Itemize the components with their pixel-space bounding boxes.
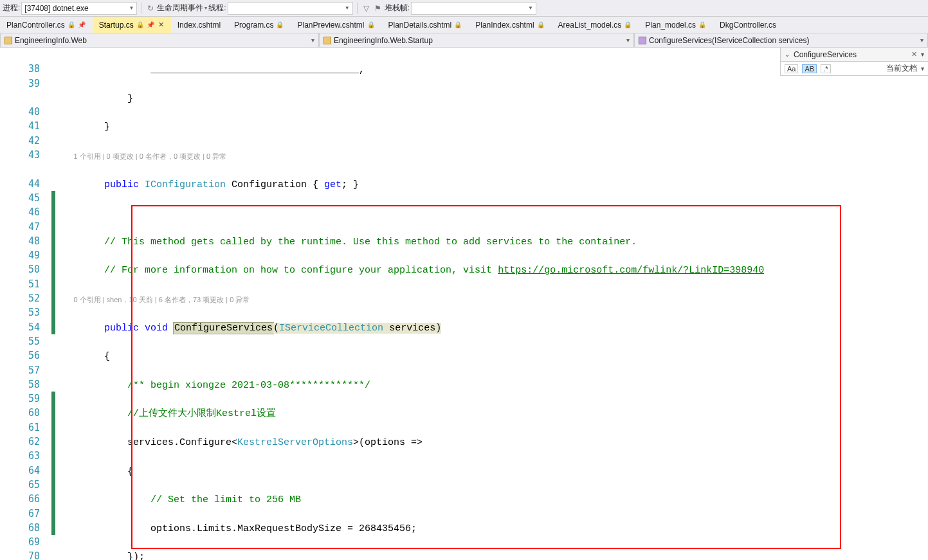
line-number: 40: [0, 106, 51, 120]
stack-combo[interactable]: ▼: [411, 2, 536, 15]
tab-label: AreaList_model.cs: [558, 21, 622, 30]
tab-planpreview[interactable]: PlanPreview.cshtml🔒: [291, 17, 381, 33]
code-text: });: [127, 552, 145, 560]
close-icon[interactable]: ✕: [911, 50, 917, 59]
tab-planindex[interactable]: PlanIndex.cshtml🔒: [469, 17, 551, 33]
scope-label[interactable]: 当前文档: [886, 63, 917, 74]
line-number: 54: [0, 321, 51, 336]
code-text: }: [104, 122, 110, 132]
breadcrumb-member[interactable]: ConfigureServices(IServiceCollection ser…: [634, 33, 928, 47]
chevron-down-icon: ▾: [626, 37, 630, 44]
chevron-down-icon[interactable]: ▾: [921, 51, 924, 58]
type: KestrelServerOptions: [237, 437, 353, 448]
method-icon: [639, 37, 646, 44]
kw: get: [324, 179, 341, 190]
line-number: 44: [0, 178, 51, 192]
tab-label: PlanIndex.cshtml: [475, 21, 534, 30]
code-editor[interactable]: ____________________________________, } …: [55, 48, 928, 560]
chevron-down-icon: ▾: [920, 37, 923, 44]
line-number: [0, 92, 51, 106]
pin-icon[interactable]: 📌: [78, 21, 86, 28]
comment: /** begin xiongze 2021-03-08************…: [127, 380, 370, 391]
line-number: 57: [0, 365, 51, 379]
thread-combo[interactable]: ▼: [228, 2, 353, 15]
class-icon: [323, 37, 331, 44]
find-panel: ⌄ ConfigureServices ✕ ▾ Aa AB .* 当前文档 ▾: [780, 48, 928, 76]
flag-icon[interactable]: ⚑: [373, 3, 383, 14]
debug-toolbar: 进程: [37408] dotnet.exe ▼ ↻ 生命周期事件 ▾ 线程: …: [0, 0, 928, 17]
kw: public: [104, 323, 145, 334]
padlock-icon: 🔒: [624, 21, 632, 28]
chevron-down-icon: ▼: [129, 5, 134, 11]
code-text: (: [273, 323, 279, 334]
code-text: ; }: [341, 179, 359, 190]
tab-label: Plan_model.cs: [645, 21, 696, 30]
code-text: {: [104, 351, 110, 362]
method-name-highlight: ConfigureServices: [173, 322, 274, 334]
csharp-icon: [5, 37, 12, 44]
line-number: 63: [0, 450, 51, 464]
close-icon[interactable]: ✕: [158, 21, 164, 29]
padlock-icon: 🔒: [136, 21, 144, 28]
line-number: 66: [0, 493, 51, 507]
comment: // This method gets called by the runtim…: [104, 237, 637, 248]
filter-icon[interactable]: ▽: [361, 3, 372, 14]
line-number: 41: [0, 120, 51, 134]
padlock-icon: 🔒: [68, 21, 75, 28]
code-text: Configuration {: [226, 179, 324, 190]
find-title: ConfigureServices: [794, 50, 857, 59]
line-number: 62: [0, 436, 51, 450]
code-text: services.Configure<: [127, 437, 237, 448]
tab-label: DkgController.cs: [720, 21, 776, 30]
line-number-gutter: 38 39 40 41 42 43 44 45 46 47 48 49 50 5…: [0, 48, 51, 560]
tab-dkgcontroller[interactable]: DkgController.cs: [713, 17, 783, 33]
editor-main: 38 39 40 41 42 43 44 45 46 47 48 49 50 5…: [0, 48, 928, 560]
url-link[interactable]: https://go.microsoft.com/fwlink/?LinkID=…: [498, 265, 764, 276]
breadcrumb-class[interactable]: EngineeringInfo.Web.Startup ▾: [319, 33, 634, 47]
line-number: 60: [0, 407, 51, 421]
padlock-icon: 🔒: [537, 21, 545, 28]
tab-label: Startup.cs: [99, 21, 134, 30]
stack-label: 堆栈帧:: [385, 3, 410, 14]
line-number: 38: [0, 63, 51, 77]
chevron-down-icon: ▼: [345, 5, 350, 11]
line-number: 42: [0, 135, 51, 149]
line-number: 65: [0, 479, 51, 493]
tab-arealist[interactable]: AreaList_model.cs🔒: [552, 17, 639, 33]
chevron-down-icon: ▾: [311, 37, 314, 44]
breadcrumb-namespace[interactable]: EngineeringInfo.Web ▾: [0, 33, 319, 47]
tab-plancontroller[interactable]: PlanController.cs🔒📌: [0, 17, 93, 33]
line-number: 51: [0, 278, 51, 293]
regex-button[interactable]: .*: [821, 64, 830, 73]
lifecycle-label: 生命周期事件: [157, 3, 203, 14]
padlock-icon: 🔒: [454, 21, 462, 28]
comment: // Set the limit to 256 MB: [150, 494, 301, 505]
match-case-button[interactable]: Aa: [785, 64, 798, 73]
chevron-down-icon[interactable]: ⌄: [785, 51, 790, 58]
process-combo[interactable]: [37408] dotnet.exe ▼: [21, 2, 137, 15]
tab-planmodel[interactable]: Plan_model.cs🔒: [639, 17, 713, 33]
breadcrumb-label: EngineeringInfo.Web: [15, 36, 87, 45]
chevron-down-icon[interactable]: ▾: [921, 65, 924, 72]
tab-label: PlanDetails.cshtml: [388, 21, 452, 30]
codelens-text[interactable]: 1 个引用 | 0 项更改 | 0 名作者，0 项更改 | 0 异常: [73, 152, 226, 160]
line-number: 45: [0, 192, 51, 206]
kw: void: [145, 323, 174, 334]
pin-icon[interactable]: 📌: [147, 21, 154, 28]
nav-breadcrumb: EngineeringInfo.Web ▾ EngineeringInfo.We…: [0, 33, 928, 48]
line-number: 53: [0, 307, 51, 321]
codelens-text[interactable]: 0 个引用 | shen，10 天前 | 6 名作者，73 项更改 | 0 异常: [73, 296, 250, 303]
tab-program[interactable]: Program.cs🔒: [228, 17, 291, 33]
tab-label: PlanPreview.cshtml: [297, 21, 364, 30]
padlock-icon: 🔒: [367, 21, 375, 28]
chevron-down-icon[interactable]: ▾: [205, 5, 207, 11]
code-text: options.Limits.MaxRequestBodySize = 2684…: [150, 523, 417, 534]
whole-word-button[interactable]: AB: [802, 64, 817, 73]
line-number: 55: [0, 336, 51, 350]
tab-startup[interactable]: Startup.cs🔒📌✕: [93, 17, 171, 33]
cycle-icon[interactable]: ↻: [145, 3, 156, 14]
tab-index[interactable]: Index.cshtml: [171, 17, 228, 33]
line-number: 49: [0, 249, 51, 264]
tab-plandetails[interactable]: PlanDetails.cshtml🔒: [382, 17, 469, 33]
type: IConfiguration: [145, 179, 226, 190]
